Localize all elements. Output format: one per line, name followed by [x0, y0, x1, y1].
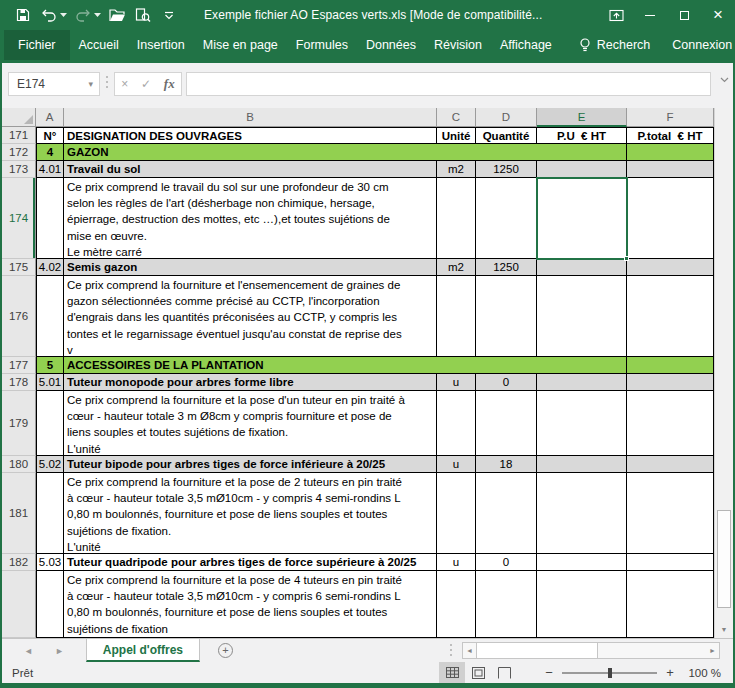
cell-b[interactable]: Tuteur bipode pour arbres tiges de force…: [64, 456, 437, 473]
zoom-in-button[interactable]: +: [663, 665, 677, 680]
page-break-preview-icon[interactable]: [491, 662, 517, 683]
cell-a[interactable]: [36, 391, 64, 456]
cell-d[interactable]: 1250: [476, 161, 537, 178]
row-number[interactable]: 182: [2, 554, 36, 571]
column-header-e[interactable]: E: [537, 108, 627, 127]
normal-view-icon[interactable]: [439, 662, 465, 683]
previous-sheet-icon[interactable]: ◄: [24, 646, 33, 656]
cell-c[interactable]: [437, 276, 476, 357]
horizontal-scrollbar[interactable]: ◄ ►: [462, 642, 720, 659]
sheet-tab-appel-doffres[interactable]: Appel d'offres: [86, 639, 200, 662]
row-number[interactable]: 181: [2, 473, 36, 554]
vertical-scrollbar[interactable]: ▼: [714, 108, 733, 638]
cell-b[interactable]: Ce prix comprend le travail du sol sur u…: [64, 178, 437, 259]
customize-quick-access-toolbar-icon[interactable]: [158, 4, 180, 26]
cell-d[interactable]: 0: [476, 554, 537, 571]
cell-f[interactable]: [627, 473, 714, 554]
cell-c[interactable]: [437, 473, 476, 554]
column-header-d[interactable]: D: [476, 108, 537, 127]
cell-a[interactable]: 5.02: [36, 456, 64, 473]
cell-c[interactable]: m2: [437, 161, 476, 178]
cell-d[interactable]: [476, 571, 537, 638]
row-number[interactable]: 173: [2, 161, 36, 178]
ribbon-tab-formules[interactable]: Formules: [287, 30, 357, 60]
cell-b[interactable]: Ce prix comprend la fourniture et l'ense…: [64, 276, 437, 357]
cell-d[interactable]: [476, 178, 537, 259]
row-number[interactable]: 175: [2, 259, 36, 276]
page-layout-view-icon[interactable]: [465, 662, 491, 683]
print-preview-icon[interactable]: [132, 4, 154, 26]
cell-f[interactable]: [627, 554, 714, 571]
cell-d[interactable]: [476, 276, 537, 357]
ribbon-tab-affichage[interactable]: Affichage: [491, 30, 561, 60]
cell-a[interactable]: 5.03: [36, 554, 64, 571]
cell-f[interactable]: [627, 259, 714, 276]
cell-e[interactable]: [537, 374, 627, 391]
enter-check-icon[interactable]: ✓: [141, 77, 151, 91]
next-sheet-icon[interactable]: ►: [55, 646, 64, 656]
cell-b-merged[interactable]: ACCESSOIRES DE LA PLANTATION: [64, 357, 627, 374]
row-number[interactable]: 172: [2, 144, 36, 161]
formula-input[interactable]: [186, 72, 711, 96]
cell-a[interactable]: 4: [36, 144, 64, 161]
cell-a[interactable]: 4.01: [36, 161, 64, 178]
cell-a[interactable]: [36, 473, 64, 554]
zoom-slider-thumb[interactable]: [608, 668, 612, 678]
zoom-out-button[interactable]: −: [542, 665, 556, 680]
row-number[interactable]: [2, 571, 36, 638]
cell-b[interactable]: Tuteur quadripode pour arbres tiges de f…: [64, 554, 437, 571]
cell-d[interactable]: 1250: [476, 259, 537, 276]
fill-handle[interactable]: [624, 256, 629, 261]
cell-b[interactable]: Semis gazon: [64, 259, 437, 276]
column-header-f[interactable]: F: [627, 108, 714, 127]
ribbon-tab-fichier[interactable]: Fichier: [4, 30, 70, 60]
cell-f[interactable]: [627, 391, 714, 456]
ribbon-tab-révision[interactable]: Révision: [425, 30, 491, 60]
cell-f[interactable]: [627, 178, 714, 259]
cell-c[interactable]: u: [437, 554, 476, 571]
cell-e[interactable]: [537, 391, 627, 456]
cell-c[interactable]: [437, 571, 476, 638]
horizontal-scrollbar-thumb[interactable]: [476, 643, 598, 658]
cell-a[interactable]: [36, 276, 64, 357]
cell-d[interactable]: [476, 473, 537, 554]
cell-f[interactable]: [627, 276, 714, 357]
cell-b[interactable]: Tuteur monopode pour arbres forme libre: [64, 374, 437, 391]
cell-e[interactable]: [537, 473, 627, 554]
row-number[interactable]: 177: [2, 357, 36, 374]
tell-me-search[interactable]: Recherch: [569, 30, 661, 60]
close-button[interactable]: ×: [701, 0, 735, 30]
cell-b[interactable]: DESIGNATION DES OUVRAGES: [64, 127, 437, 144]
cell-a[interactable]: [36, 178, 64, 259]
expand-formula-bar-icon[interactable]: [720, 77, 729, 83]
row-number[interactable]: 176: [2, 276, 36, 357]
name-box[interactable]: E174 ▾: [8, 72, 100, 96]
cell-b-merged[interactable]: GAZON: [64, 144, 627, 161]
cell-a[interactable]: 5.01: [36, 374, 64, 391]
new-sheet-button[interactable]: +: [218, 643, 233, 658]
scroll-right-icon[interactable]: ►: [706, 647, 719, 654]
open-icon[interactable]: [106, 4, 128, 26]
ribbon-tab-insertion[interactable]: Insertion: [128, 30, 194, 60]
undo-icon[interactable]: [38, 4, 60, 26]
cell-f[interactable]: [627, 456, 714, 473]
cell-f[interactable]: [627, 571, 714, 638]
cell-c[interactable]: Unité: [437, 127, 476, 144]
cell-a[interactable]: 5: [36, 357, 64, 374]
vertical-scrollbar-thumb[interactable]: [717, 510, 731, 608]
cell-f[interactable]: [627, 357, 714, 374]
cell-a[interactable]: N°: [36, 127, 64, 144]
cell-e[interactable]: [537, 554, 627, 571]
cell-c[interactable]: [437, 391, 476, 456]
row-number[interactable]: 174: [2, 178, 36, 259]
row-number[interactable]: 180: [2, 456, 36, 473]
zoom-level[interactable]: 100 %: [677, 667, 721, 679]
cell-b[interactable]: Ce prix comprend la fourniture et la pos…: [64, 473, 437, 554]
redo-dropdown-icon[interactable]: [94, 13, 102, 17]
redo-icon[interactable]: [72, 4, 94, 26]
cell-b[interactable]: Travail du sol: [64, 161, 437, 178]
cell-c[interactable]: u: [437, 456, 476, 473]
cell-d[interactable]: Quantité: [476, 127, 537, 144]
undo-dropdown-icon[interactable]: [60, 13, 68, 17]
cell-f[interactable]: [627, 161, 714, 178]
